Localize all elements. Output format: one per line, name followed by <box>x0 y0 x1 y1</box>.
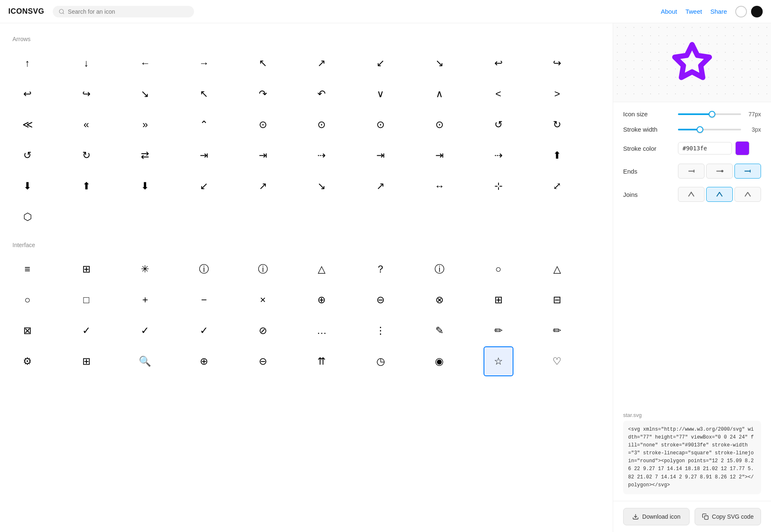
icon-trending-up[interactable]: ↗ <box>366 171 395 201</box>
icon-curve-ul[interactable]: ↖ <box>189 79 219 109</box>
tweet-link[interactable]: Tweet <box>685 8 702 15</box>
icon-heart[interactable]: ♡ <box>542 346 572 376</box>
icon-arrow-up[interactable]: ↑ <box>12 48 42 78</box>
icon-sliders[interactable]: ⊞ <box>71 346 101 376</box>
icon-arrow-down[interactable]: ↓ <box>71 48 101 78</box>
icon-more-vertical[interactable]: ⋮ <box>366 316 395 346</box>
icon-check[interactable]: ✓ <box>189 316 219 346</box>
joins-bevel-btn[interactable] <box>734 187 761 202</box>
dark-theme-button[interactable] <box>751 6 763 17</box>
icon-login2[interactable]: ⇥ <box>248 140 278 170</box>
icon-star[interactable]: ☆ <box>484 346 513 376</box>
icon-circle-up[interactable]: ⊙ <box>248 110 278 140</box>
icon-alert-octagon[interactable]: ⓘ <box>248 254 278 284</box>
icon-download[interactable]: ⬇ <box>12 171 42 201</box>
icon-chevron-up[interactable]: ∧ <box>425 79 454 109</box>
search-box[interactable] <box>53 6 194 17</box>
icon-help-circle[interactable]: ？ <box>366 254 395 284</box>
icon-double-left[interactable]: « <box>71 110 101 140</box>
icon-trending-down[interactable]: ↘ <box>307 171 336 201</box>
about-link[interactable]: About <box>661 8 677 15</box>
icon-chevron-down-down[interactable]: ≪ <box>12 110 42 140</box>
icon-x-square[interactable]: ⊠ <box>12 316 42 346</box>
icon-cloud-down[interactable]: ⬇ <box>130 171 160 201</box>
icon-redo[interactable]: ↪ <box>71 79 101 109</box>
stroke-width-slider[interactable] <box>678 129 741 130</box>
icon-circle-down[interactable]: ⊙ <box>307 110 336 140</box>
icon-collapse[interactable]: ↙ <box>189 171 219 201</box>
icon-chevron-down[interactable]: ∨ <box>366 79 395 109</box>
icon-minus-circle[interactable]: ⊖ <box>366 285 395 315</box>
icon-enter[interactable]: ⇢ <box>307 140 336 170</box>
icon-logout2[interactable]: ⇥ <box>425 140 454 170</box>
icon-check-square[interactable]: ✓ <box>130 316 160 346</box>
icon-expand[interactable]: ↗ <box>248 171 278 201</box>
icon-rotate-ccw[interactable]: ↺ <box>484 110 513 140</box>
icon-alert-triangle[interactable]: △ <box>307 254 336 284</box>
icon-search[interactable]: 🔍 <box>130 346 160 376</box>
copy-button[interactable]: Copy SVG code <box>695 508 761 525</box>
icon-circle[interactable]: ○ <box>484 254 513 284</box>
icon-minus[interactable]: − <box>189 285 219 315</box>
icon-rotate-cw2[interactable]: ↻ <box>71 140 101 170</box>
icon-zoom-out[interactable]: ⊖ <box>248 346 278 376</box>
icon-arrow-downleft[interactable]: ↙ <box>366 48 395 78</box>
icon-settings[interactable]: ⚙ <box>12 346 42 376</box>
icon-double-up[interactable]: ⌃ <box>189 110 219 140</box>
icon-curve-dr[interactable]: ↷ <box>248 79 278 109</box>
share-link[interactable]: Share <box>710 8 727 15</box>
stroke-color-swatch[interactable] <box>735 141 749 155</box>
icon-square[interactable]: □ <box>71 285 101 315</box>
icon-info[interactable]: ⓘ <box>425 254 454 284</box>
icon-pencil[interactable]: ✏ <box>484 316 513 346</box>
icon-undo[interactable]: ↩ <box>12 79 42 109</box>
icon-forward[interactable]: ⇢ <box>484 140 513 170</box>
icon-shuffle[interactable]: ↔ <box>425 171 454 201</box>
light-theme-button[interactable] <box>735 6 747 17</box>
icon-triangle[interactable]: △ <box>542 254 572 284</box>
icon-loader[interactable]: ✳ <box>130 254 160 284</box>
download-button[interactable]: Download icon <box>623 508 690 525</box>
ends-square-btn[interactable] <box>734 164 761 179</box>
icon-more-horizontal[interactable]: … <box>307 316 336 346</box>
icon-return-left[interactable]: ↩ <box>484 48 513 78</box>
icon-menu[interactable]: ≡ <box>12 254 42 284</box>
icon-edit[interactable]: ✎ <box>425 316 454 346</box>
icon-move[interactable]: ⊹ <box>484 171 513 201</box>
icon-circle-right[interactable]: ⊙ <box>366 110 395 140</box>
icon-chevron-left[interactable]: < <box>484 79 513 109</box>
icon-x-circle[interactable]: ⊗ <box>425 285 454 315</box>
icon-chevron-right[interactable]: > <box>542 79 572 109</box>
icon-circle-left[interactable]: ⊙ <box>425 110 454 140</box>
svg-code-box[interactable]: <svg xmlns="http://www.w3.org/2000/svg" … <box>623 421 761 495</box>
icon-curve-ur[interactable]: ↶ <box>307 79 336 109</box>
icon-arrow-upright[interactable]: ↗ <box>307 48 336 78</box>
icon-arrow-downright[interactable]: ↘ <box>425 48 454 78</box>
icon-double-right[interactable]: » <box>130 110 160 140</box>
joins-miter-btn[interactable] <box>678 187 705 202</box>
icon-zoom-in[interactable]: ⊕ <box>189 346 219 376</box>
icon-share[interactable]: ⇈ <box>307 346 336 376</box>
icon-plus[interactable]: + <box>130 285 160 315</box>
icon-grid[interactable]: ⊞ <box>71 254 101 284</box>
icon-logout[interactable]: ⇥ <box>366 140 395 170</box>
joins-round-btn[interactable] <box>706 187 733 202</box>
ends-round-btn[interactable] <box>706 164 733 179</box>
icon-login[interactable]: ⇥ <box>189 140 219 170</box>
icon-swap-h[interactable]: ⇄ <box>130 140 160 170</box>
search-input[interactable] <box>68 8 188 15</box>
icon-x[interactable]: × <box>248 285 278 315</box>
icon-check-circle[interactable]: ✓ <box>71 316 101 346</box>
icon-upload[interactable]: ⬆ <box>542 140 572 170</box>
icon-slash[interactable]: ⊘ <box>248 316 278 346</box>
icon-size-slider[interactable] <box>678 113 741 115</box>
icon-rotate-ccw2[interactable]: ↺ <box>12 140 42 170</box>
ends-butt-btn[interactable] <box>678 164 705 179</box>
icon-edit2[interactable]: ✏ <box>542 316 572 346</box>
icon-arrow-left[interactable]: ← <box>130 48 160 78</box>
icon-eye[interactable]: ◉ <box>425 346 454 376</box>
icon-curve-dl[interactable]: ↙ <box>130 79 160 109</box>
icon-clock[interactable]: ◷ <box>366 346 395 376</box>
icon-minus-square[interactable]: ⊟ <box>542 285 572 315</box>
icon-maximize[interactable]: ⤢ <box>542 171 572 201</box>
